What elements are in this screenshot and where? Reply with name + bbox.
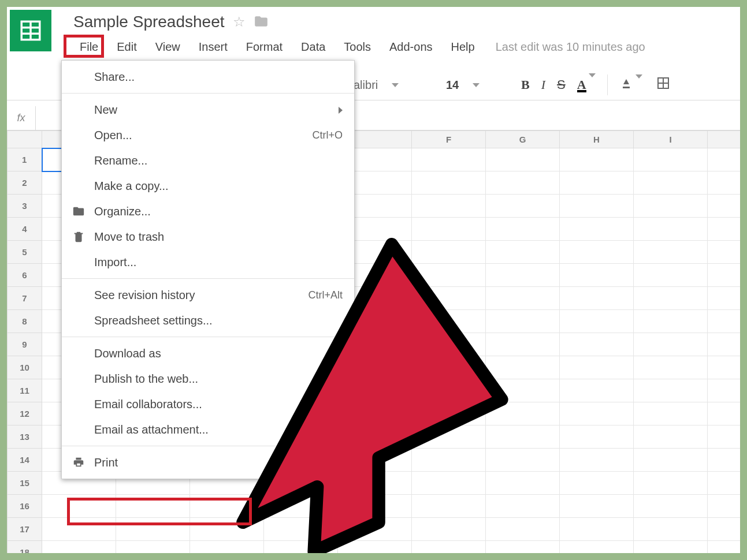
cell[interactable] xyxy=(486,425,560,449)
cell[interactable] xyxy=(560,264,634,287)
cell[interactable] xyxy=(412,287,486,310)
menu-item-see-revision-history[interactable]: See revision historyCtrl+Alt xyxy=(62,282,354,308)
cell[interactable] xyxy=(486,171,560,195)
cell[interactable] xyxy=(412,449,486,472)
menu-item-organize[interactable]: Organize... xyxy=(62,199,354,224)
menu-item-email-as-attachment[interactable]: Email as attachment... xyxy=(62,417,354,442)
row-header[interactable]: 6 xyxy=(8,264,42,287)
cell[interactable] xyxy=(708,379,741,402)
menu-item-open[interactable]: Open...Ctrl+O xyxy=(62,122,354,148)
row-header[interactable]: 2 xyxy=(8,171,42,195)
text-color-button[interactable]: A xyxy=(577,77,596,93)
cell[interactable] xyxy=(486,472,560,495)
cell[interactable] xyxy=(634,195,708,218)
cell[interactable] xyxy=(412,425,486,449)
cell[interactable] xyxy=(486,264,560,287)
cell[interactable] xyxy=(634,171,708,195)
row-header[interactable]: 5 xyxy=(8,241,42,264)
cell[interactable] xyxy=(634,495,708,518)
menu-item-print[interactable]: PrintCtrl+P xyxy=(62,450,354,475)
cell[interactable] xyxy=(634,518,708,541)
menu-item-share[interactable]: Share... xyxy=(62,64,354,89)
cell[interactable] xyxy=(412,356,486,379)
cell[interactable] xyxy=(560,171,634,195)
cell[interactable] xyxy=(190,518,264,541)
cell[interactable] xyxy=(486,379,560,402)
cell[interactable] xyxy=(708,287,741,310)
menu-item-move-to-trash[interactable]: Move to trash xyxy=(62,224,354,249)
cell[interactable] xyxy=(486,333,560,356)
cell[interactable] xyxy=(708,541,741,554)
cell[interactable] xyxy=(486,287,560,310)
menu-data[interactable]: Data xyxy=(292,37,335,57)
cell[interactable] xyxy=(560,333,634,356)
cell[interactable] xyxy=(708,264,741,287)
menu-item-rename[interactable]: Rename... xyxy=(62,148,354,173)
row-header[interactable]: 7 xyxy=(8,287,42,310)
cell[interactable] xyxy=(560,287,634,310)
menu-item-download-as[interactable]: Download as xyxy=(62,341,354,366)
cell[interactable] xyxy=(486,310,560,333)
cell[interactable] xyxy=(190,541,264,554)
row-header[interactable]: 12 xyxy=(8,402,42,425)
cell[interactable] xyxy=(116,518,190,541)
menu-file[interactable]: File xyxy=(70,37,107,57)
cell[interactable] xyxy=(42,541,116,554)
menu-edit[interactable]: Edit xyxy=(107,37,146,57)
cell[interactable] xyxy=(560,241,634,264)
menu-item-new[interactable]: New xyxy=(62,97,354,122)
cell[interactable] xyxy=(560,472,634,495)
cell[interactable] xyxy=(116,495,190,518)
sheets-logo[interactable] xyxy=(10,10,51,51)
cell[interactable] xyxy=(634,356,708,379)
cell[interactable] xyxy=(708,195,741,218)
cell[interactable] xyxy=(708,171,741,195)
cell[interactable] xyxy=(412,333,486,356)
cell[interactable] xyxy=(412,218,486,241)
cell[interactable] xyxy=(634,379,708,402)
cell[interactable] xyxy=(560,148,634,171)
cell[interactable] xyxy=(412,241,486,264)
cell[interactable] xyxy=(338,518,412,541)
font-family-select[interactable]: alibri xyxy=(354,69,399,100)
cell[interactable] xyxy=(412,195,486,218)
cell[interactable] xyxy=(190,495,264,518)
cell[interactable] xyxy=(708,148,741,171)
cell[interactable] xyxy=(560,379,634,402)
cell[interactable] xyxy=(412,541,486,554)
fill-color-button[interactable] xyxy=(619,76,642,94)
cell[interactable] xyxy=(634,541,708,554)
cell[interactable] xyxy=(634,218,708,241)
menu-item-email-collaborators[interactable]: Email collaborators... xyxy=(62,391,354,417)
row-header[interactable]: 16 xyxy=(8,495,42,518)
cell[interactable] xyxy=(560,218,634,241)
italic-button[interactable]: I xyxy=(541,77,545,92)
cell[interactable] xyxy=(708,218,741,241)
menu-tools[interactable]: Tools xyxy=(335,37,380,57)
cell[interactable] xyxy=(412,310,486,333)
row-header[interactable]: 10 xyxy=(8,356,42,379)
bold-button[interactable]: B xyxy=(521,77,530,92)
cell[interactable] xyxy=(560,541,634,554)
cell[interactable] xyxy=(560,310,634,333)
cell[interactable] xyxy=(412,495,486,518)
cell[interactable] xyxy=(634,425,708,449)
cell[interactable] xyxy=(486,495,560,518)
cell[interactable] xyxy=(708,356,741,379)
strikethrough-button[interactable]: S xyxy=(557,77,566,92)
cell[interactable] xyxy=(560,356,634,379)
cell[interactable] xyxy=(560,518,634,541)
cell[interactable] xyxy=(634,148,708,171)
cell[interactable] xyxy=(486,518,560,541)
cell[interactable] xyxy=(560,495,634,518)
menu-help[interactable]: Help xyxy=(442,37,484,57)
cell[interactable] xyxy=(486,241,560,264)
cell[interactable] xyxy=(412,148,486,171)
menu-item-spreadsheet-settings[interactable]: Spreadsheet settings... xyxy=(62,308,354,333)
cell[interactable] xyxy=(486,148,560,171)
cell[interactable] xyxy=(708,241,741,264)
cell[interactable] xyxy=(486,356,560,379)
menu-format[interactable]: Format xyxy=(237,37,292,57)
folder-icon[interactable] xyxy=(254,14,269,31)
cell[interactable] xyxy=(264,541,338,554)
